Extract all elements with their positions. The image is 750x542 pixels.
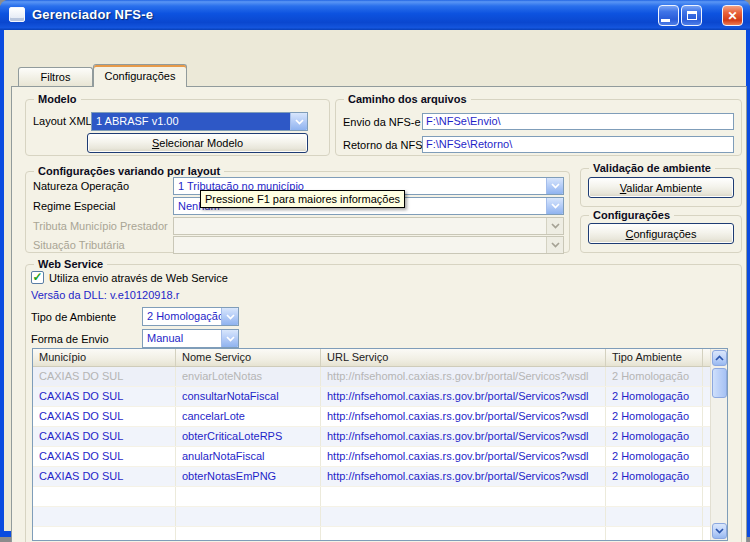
table-row[interactable]: CAXIAS DO SUL consultarNotaFiscal http:/… xyxy=(33,387,727,407)
tributa-municipio-label: Tributa Município Prestador xyxy=(33,220,168,232)
group-modelo-title: Modelo xyxy=(34,93,81,105)
cell-url: http://nfsehomol.caxias.rs.gov.br/portal… xyxy=(321,367,606,386)
cell-municipio: CAXIAS DO SUL xyxy=(33,467,176,486)
cell-empty xyxy=(606,507,703,526)
close-icon: ✕ xyxy=(727,10,737,22)
cell-empty xyxy=(321,507,606,526)
app-icon xyxy=(9,7,25,22)
cell-url: http://nfsehomol.caxias.rs.gov.br/portal… xyxy=(321,427,606,446)
chevron-down-icon[interactable] xyxy=(221,308,238,325)
cell-url: http://nfsehomol.caxias.rs.gov.br/portal… xyxy=(321,447,606,466)
cell-empty xyxy=(33,527,176,541)
col-header-url-servico[interactable]: URL Serviço xyxy=(321,349,606,366)
tab-page-configuracoes: Modelo Layout XML 1 ABRASF v1.00 Selecio… xyxy=(11,86,747,542)
scroll-up-icon xyxy=(715,355,724,361)
cell-municipio: CAXIAS DO SUL xyxy=(33,387,176,406)
tab-filtros[interactable]: Filtros xyxy=(18,67,93,86)
screen: Gerenciador NFS-e ✕ Filtros Configuraçõe… xyxy=(0,0,750,542)
natureza-operacao-label: Natureza Operação xyxy=(33,180,129,192)
titlebar[interactable]: Gerenciador NFS-e ✕ xyxy=(0,0,750,30)
tipo-ambiente-value: 2 Homologação xyxy=(143,308,221,325)
layout-xml-label: Layout XML xyxy=(33,115,92,127)
utiliza-webservice-checkbox[interactable]: ✓ xyxy=(31,271,44,284)
chevron-down-icon xyxy=(546,218,563,234)
configuracoes-label: onfigurações xyxy=(633,228,696,240)
minimize-button[interactable] xyxy=(658,5,679,26)
tipo-ambiente-label: Tipo de Ambiente xyxy=(31,311,116,323)
close-button[interactable]: ✕ xyxy=(722,5,743,26)
forma-envio-label: Forma de Envio xyxy=(31,333,109,345)
cell-empty xyxy=(33,487,176,506)
cell-empty xyxy=(321,487,606,506)
scroll-up-button[interactable] xyxy=(712,350,727,366)
tributa-municipio-combobox xyxy=(173,217,564,235)
minimize-icon xyxy=(661,19,670,22)
validar-ambiente-label: alidar Ambiente xyxy=(626,182,702,194)
cell-url: http://nfsehomol.caxias.rs.gov.br/portal… xyxy=(321,387,606,406)
cell-servico: obterCriticaLoteRPS xyxy=(176,427,321,446)
chevron-down-icon[interactable] xyxy=(546,178,563,194)
col-header-tipo-ambiente[interactable]: Tipo Ambiente xyxy=(606,349,703,366)
retorno-nfse-field[interactable]: F:\NFSe\Retorno\ xyxy=(422,136,734,153)
table-row[interactable]: CAXIAS DO SUL obterCriticaLoteRPS http:/… xyxy=(33,427,727,447)
table-row[interactable]: CAXIAS DO SUL cancelarLote http://nfseho… xyxy=(33,407,727,427)
utiliza-webservice-label: Utiliza envio através de Web Service xyxy=(49,272,228,284)
cell-servico: consultarNotaFiscal xyxy=(176,387,321,406)
table-row[interactable]: CAXIAS DO SUL obterNotasEmPNG http://nfs… xyxy=(33,467,727,487)
table-row-empty[interactable] xyxy=(33,487,727,507)
table-row[interactable]: CAXIAS DO SUL enviarLoteNotas http://nfs… xyxy=(33,367,727,387)
cell-ambiente: 2 Homologação xyxy=(606,467,703,486)
regime-especial-label: Regime Especial xyxy=(33,200,116,212)
situacao-tributaria-label: Situação Tributária xyxy=(33,239,125,251)
scroll-down-icon xyxy=(715,528,724,534)
cell-empty xyxy=(176,527,321,541)
chevron-down-icon[interactable] xyxy=(221,330,238,347)
layout-xml-value: 1 ABRASF v1.00 xyxy=(92,113,290,130)
configuracoes-button[interactable]: Configurações xyxy=(588,223,734,244)
table-row[interactable]: CAXIAS DO SUL anularNotaFiscal http://nf… xyxy=(33,447,727,467)
tab-filtros-label: Filtros xyxy=(41,71,71,83)
cell-municipio: CAXIAS DO SUL xyxy=(33,407,176,426)
cell-empty xyxy=(606,527,703,541)
cell-empty xyxy=(176,507,321,526)
cell-url: http://nfsehomol.caxias.rs.gov.br/portal… xyxy=(321,407,606,426)
cell-ambiente: 2 Homologação xyxy=(606,407,703,426)
cell-municipio: CAXIAS DO SUL xyxy=(33,367,176,386)
vertical-scrollbar[interactable] xyxy=(710,349,727,540)
cell-municipio: CAXIAS DO SUL xyxy=(33,427,176,446)
group-webservice-title: Web Service xyxy=(34,258,107,270)
window-title: Gerenciador NFS-e xyxy=(32,7,153,22)
cell-servico: obterNotasEmPNG xyxy=(176,467,321,486)
tab-configuracoes[interactable]: Configurações xyxy=(93,64,187,87)
check-icon: ✓ xyxy=(32,271,42,283)
forma-envio-combobox[interactable]: Manual xyxy=(142,329,239,348)
scroll-down-button[interactable] xyxy=(712,523,727,539)
col-header-municipio[interactable]: Município xyxy=(33,349,176,366)
tipo-ambiente-combobox[interactable]: 2 Homologação xyxy=(142,307,239,326)
maximize-icon xyxy=(687,11,697,20)
table-row-empty[interactable] xyxy=(33,527,727,541)
cell-ambiente: 2 Homologação xyxy=(606,447,703,466)
cell-empty xyxy=(606,487,703,506)
cell-url: http://nfsehomol.caxias.rs.gov.br/portal… xyxy=(321,467,606,486)
group-configuracoes-title: Configurações xyxy=(589,209,674,221)
cell-municipio: CAXIAS DO SUL xyxy=(33,447,176,466)
situacao-tributaria-combobox xyxy=(173,236,564,254)
envio-nfse-field[interactable]: F:\NFSe\Envio\ xyxy=(422,113,734,130)
chevron-down-icon[interactable] xyxy=(290,113,307,130)
window-client-area: Filtros Configurações Modelo Layout XML … xyxy=(4,30,746,531)
validar-ambiente-button[interactable]: Validar Ambiente xyxy=(588,177,734,198)
table-row-empty[interactable] xyxy=(33,507,727,527)
cell-servico: enviarLoteNotas xyxy=(176,367,321,386)
selecionar-modelo-button[interactable]: Selecionar Modelo xyxy=(87,133,308,153)
forma-envio-value: Manual xyxy=(143,330,221,347)
maximize-button[interactable] xyxy=(681,5,702,26)
group-config-layout-title: Configurações variando por layout xyxy=(34,165,224,177)
chevron-down-icon[interactable] xyxy=(546,198,563,214)
chevron-down-icon xyxy=(546,237,563,253)
col-header-nome-servico[interactable]: Nome Serviço xyxy=(176,349,321,366)
cell-empty xyxy=(176,487,321,506)
scrollbar-thumb[interactable] xyxy=(712,368,727,398)
retorno-nfse-label: Retorno da NFS-e xyxy=(343,139,432,151)
layout-xml-combobox[interactable]: 1 ABRASF v1.00 xyxy=(91,112,308,131)
